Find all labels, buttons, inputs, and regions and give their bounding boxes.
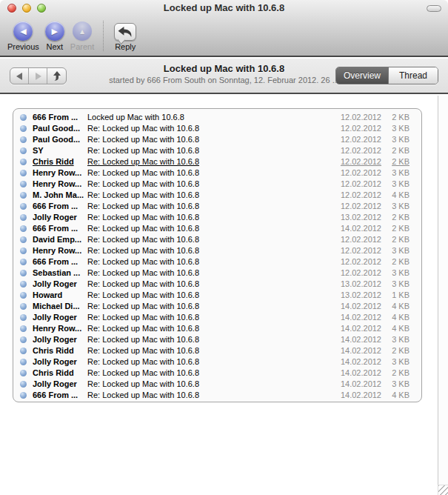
forward-button[interactable]	[29, 68, 47, 84]
message-date: 13.02.2012	[330, 279, 381, 290]
message-date: 12.02.2012	[330, 145, 381, 156]
message-size: 2 KB	[381, 234, 409, 245]
view-tab-label: Thread	[399, 70, 427, 81]
message-row[interactable]: Michael Di... Re: Locked up Mac with 10.…	[13, 301, 421, 312]
toolbar: Previous Next Parent	[0, 16, 448, 56]
reply-button[interactable]: Reply	[111, 21, 139, 53]
message-subject: Re: Locked up Mac with 10.6.8	[87, 134, 330, 145]
reply-icon	[114, 23, 136, 41]
forward-arrow-icon	[35, 73, 41, 80]
message-row[interactable]: Henry Row... Re: Locked up Mac with 10.6…	[13, 323, 421, 334]
message-sender: Jolly Roger	[33, 212, 87, 223]
back-arrow-icon	[16, 73, 23, 80]
message-row[interactable]: Sebastian ... Re: Locked up Mac with 10.…	[13, 268, 421, 279]
toolbar-button-label: Previous	[7, 42, 39, 51]
message-subject: Re: Locked up Mac with 10.6.8	[87, 268, 330, 279]
message-date: 14.02.2012	[330, 379, 381, 390]
toolbar-nav-button[interactable]: Parent	[67, 20, 97, 53]
message-size: 4 KB	[381, 301, 409, 312]
message-subject: Re: Locked up Mac with 10.6.8	[87, 179, 330, 190]
message-sender: Chris Ridd	[33, 345, 87, 356]
message-row[interactable]: Jolly Roger Re: Locked up Mac with 10.6.…	[13, 212, 421, 223]
message-row[interactable]: 666 From ... Locked up Mac with 10.6.8 1…	[13, 112, 421, 123]
message-sender: SY	[33, 145, 87, 156]
message-sender: Paul Good...	[33, 134, 87, 145]
message-row[interactable]: 666 From ... Re: Locked up Mac with 10.6…	[13, 201, 421, 212]
message-list: 666 From ... Locked up Mac with 10.6.8 1…	[13, 108, 422, 402]
message-row[interactable]: Jolly Roger Re: Locked up Mac with 10.6.…	[13, 334, 421, 345]
bent-up-arrow-icon	[53, 71, 61, 81]
unread-dot-icon	[20, 370, 27, 376]
unread-dot-icon	[20, 248, 27, 254]
message-subject: Re: Locked up Mac with 10.6.8	[87, 323, 330, 334]
message-subject: Re: Locked up Mac with 10.6.8	[87, 123, 330, 134]
unread-dot-icon	[20, 236, 27, 243]
message-row[interactable]: 666 From ... Re: Locked up Mac with 10.6…	[13, 256, 421, 268]
message-subject: Re: Locked up Mac with 10.6.8	[87, 245, 330, 256]
message-date: 14.02.2012	[330, 323, 381, 334]
message-date: 12.02.2012	[330, 256, 381, 268]
message-subject: Re: Locked up Mac with 10.6.8	[87, 379, 330, 390]
message-row[interactable]: Chris Ridd Re: Locked up Mac with 10.6.8…	[13, 156, 421, 167]
view-tabs: Overview Thread	[335, 67, 438, 84]
message-date: 12.02.2012	[330, 167, 381, 179]
message-row[interactable]: Chris Ridd Re: Locked up Mac with 10.6.8…	[13, 368, 421, 379]
message-date: 14.02.2012	[330, 390, 381, 401]
message-row[interactable]: Jolly Roger Re: Locked up Mac with 10.6.…	[13, 312, 421, 323]
unread-dot-icon	[20, 303, 27, 310]
message-row[interactable]: SY Re: Locked up Mac with 10.6.8 12.02.2…	[13, 145, 421, 156]
message-date: 12.02.2012	[330, 190, 381, 201]
unread-dot-icon	[20, 292, 27, 299]
toolbar-nav-button[interactable]: Next	[42, 20, 67, 53]
message-sender: Paul Good...	[33, 123, 87, 134]
message-sender: M. John Ma...	[33, 190, 87, 201]
close-button[interactable]	[7, 4, 16, 13]
message-row[interactable]: 666 From ... Re: Locked up Mac with 10.6…	[13, 223, 421, 234]
traffic-lights	[7, 4, 46, 13]
message-date: 14.02.2012	[330, 356, 381, 368]
resize-grip[interactable]	[438, 485, 448, 495]
view-tab[interactable]: Overview	[336, 67, 389, 84]
unread-dot-icon	[20, 359, 27, 365]
message-row[interactable]: M. John Ma... Re: Locked up Mac with 10.…	[13, 190, 421, 201]
message-row[interactable]: Howard Re: Locked up Mac with 10.6.8 13.…	[13, 290, 421, 301]
message-row[interactable]: Jolly Roger Re: Locked up Mac with 10.6.…	[13, 279, 421, 290]
message-sender: Henry Row...	[33, 167, 87, 179]
message-size: 1 KB	[381, 290, 409, 301]
unread-dot-icon	[20, 214, 27, 221]
view-tab-label: Overview	[344, 70, 381, 81]
message-subject: Locked up Mac with 10.6.8	[87, 112, 330, 123]
message-row[interactable]: Jolly Roger Re: Locked up Mac with 10.6.…	[13, 379, 421, 390]
message-subject: Re: Locked up Mac with 10.6.8	[87, 167, 330, 179]
minimize-button[interactable]	[22, 4, 31, 13]
title-bar[interactable]: Locked up Mac with 10.6.8	[0, 0, 448, 16]
message-row[interactable]: 666 From ... Re: Locked up Mac with 10.6…	[13, 390, 421, 401]
message-row[interactable]: Jolly Roger Re: Locked up Mac with 10.6.…	[13, 356, 421, 368]
unread-dot-icon	[20, 192, 27, 199]
toolbar-nav-button[interactable]: Previous	[4, 20, 42, 53]
message-row[interactable]: Henry Row... Re: Locked up Mac with 10.6…	[13, 245, 421, 256]
message-date: 12.02.2012	[330, 268, 381, 279]
message-date: 14.02.2012	[330, 301, 381, 312]
toolbar-button-label: Next	[46, 42, 63, 51]
message-row[interactable]: Henry Row... Re: Locked up Mac with 10.6…	[13, 179, 421, 190]
message-row[interactable]: Paul Good... Re: Locked up Mac with 10.6…	[13, 123, 421, 134]
toolbar-toggle-pill-button[interactable]	[427, 5, 441, 12]
nav-orb-arrow-icon	[45, 21, 64, 41]
message-subject: Re: Locked up Mac with 10.6.8	[87, 201, 330, 212]
up-to-parent-button[interactable]	[47, 68, 66, 84]
message-date: 14.02.2012	[330, 334, 381, 345]
message-size: 2 KB	[381, 345, 409, 356]
zoom-button[interactable]	[37, 4, 46, 13]
toolbar-nav-group: Previous Next Parent	[4, 20, 97, 53]
message-row[interactable]: Paul Good... Re: Locked up Mac with 10.6…	[13, 134, 421, 145]
history-nav	[10, 67, 67, 84]
view-tab[interactable]: Thread	[389, 67, 438, 84]
vertical-scrollbar[interactable]	[438, 96, 448, 485]
message-sender: Jolly Roger	[33, 334, 87, 345]
message-row[interactable]: Henry Row... Re: Locked up Mac with 10.6…	[13, 167, 421, 179]
message-subject: Re: Locked up Mac with 10.6.8	[87, 190, 330, 201]
message-row[interactable]: Chris Ridd Re: Locked up Mac with 10.6.8…	[13, 345, 421, 356]
message-row[interactable]: David Emp... Re: Locked up Mac with 10.6…	[13, 234, 421, 245]
back-button[interactable]	[10, 68, 29, 84]
